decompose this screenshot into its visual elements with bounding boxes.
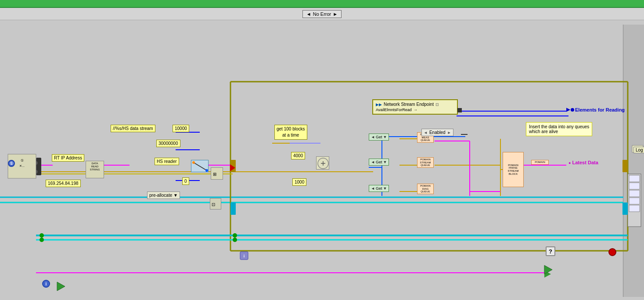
elements-for-reading-label: ▶ Elements for Reading [566, 107, 625, 112]
svg-point-64 [34, 170, 38, 173]
pomain-parse-stream-block[interactable]: POMAIN PARSE STREAM BLOCK [503, 152, 524, 187]
svg-text:i: i [244, 254, 245, 258]
svg-rect-40 [240, 252, 248, 260]
info-circle-bottom: i [42, 280, 50, 288]
svg-marker-39 [544, 271, 551, 278]
pre-allocate-dropdown[interactable]: pre-allocate ▼ [147, 192, 180, 199]
svg-point-58 [609, 249, 616, 256]
top-green-bar [0, 0, 644, 8]
error-bar: ◄ No Error ► [0, 8, 644, 20]
right-scrollbar[interactable] [623, 25, 644, 297]
svg-rect-69 [230, 202, 236, 215]
info-circle-main: ① [8, 160, 15, 167]
hs-reader-label: HS reader [155, 158, 179, 165]
value-0: 0 [182, 177, 189, 185]
svg-point-48 [233, 233, 237, 238]
svg-text:⊞: ⊞ [213, 172, 216, 177]
svg-marker-60 [544, 265, 552, 274]
svg-point-63 [34, 161, 38, 165]
svg-point-73 [192, 161, 195, 164]
pomain-diag-queue[interactable]: POMAIN DIAG QUEUE [417, 184, 434, 194]
latest-data-label: ● Latest Data [568, 160, 598, 165]
get-block-2[interactable]: ◄ Get ▼ [369, 159, 389, 166]
svg-text:✕...: ✕... [19, 164, 25, 167]
no-error-indicator[interactable]: ◄ No Error ► [302, 10, 342, 18]
svg-text:①: ① [21, 159, 24, 163]
loop-entry-block[interactable]: ⊡ [210, 198, 221, 210]
encoder-block[interactable]: ⊞ [211, 167, 223, 180]
arrow-left-icon: ◄ [306, 11, 311, 17]
no-error-label: No Error [313, 11, 331, 17]
arrow-right-icon: ► [333, 11, 338, 17]
get-100-blocks-label: get 100 blocks at a time [274, 125, 307, 140]
data-read-string-block[interactable]: DATA READ STRING [86, 161, 104, 178]
svg-text:⊡: ⊡ [212, 202, 215, 207]
log-label: Log [633, 147, 644, 153]
pomain-stream-queue[interactable]: POMAIN STREAM QUEUE [417, 157, 434, 168]
svg-point-46 [40, 233, 44, 238]
pomain-right-block[interactable]: POMAIN [531, 160, 549, 165]
value-4000: 4000 [291, 152, 305, 159]
question-block[interactable]: ? [546, 246, 555, 256]
svg-rect-62 [36, 158, 41, 175]
loop-entry-arrow [230, 164, 235, 171]
svg-point-47 [40, 238, 44, 242]
hs-reader-block[interactable] [191, 160, 209, 172]
enabled-dropdown[interactable]: ◄ Enabled ► [421, 129, 453, 136]
value-30000000: 30000000 [156, 140, 180, 147]
block-diagram-canvas: i i Log [0, 20, 644, 300]
ip-value-label: 169.254.84.198 [46, 180, 81, 187]
hs-data-stream-label: //%s/HS data stream [111, 125, 155, 132]
get-block-1[interactable]: ◄ Get ▼ [369, 134, 389, 141]
network-stream-endpoint[interactable]: ▶▶ Network Stream Endpoint ⊡ AvailElmnts… [372, 99, 458, 115]
svg-point-74 [205, 169, 208, 172]
value-10000: 10000 [173, 125, 189, 132]
get-block-3[interactable]: ◄ Get ▼ [369, 185, 389, 192]
svg-marker-59 [57, 282, 65, 291]
function-block-loop[interactable] [316, 156, 329, 170]
value-1000: 1000 [292, 178, 306, 186]
svg-point-49 [233, 238, 237, 242]
insert-comment-box: Insert the data into any queues which ar… [526, 122, 592, 136]
network-stream-connector [457, 108, 462, 112]
svg-line-72 [194, 163, 207, 170]
rt-ip-address-label: RT IP Address [52, 154, 84, 162]
